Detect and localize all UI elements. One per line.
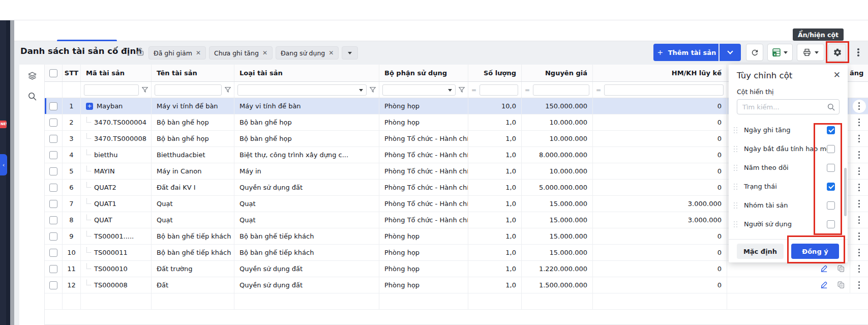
filter-input-dep[interactable] [604,84,724,96]
filter-chip[interactable]: Đã ghi giảm✕ [148,46,206,60]
equals-filter-icon[interactable]: = [471,86,476,94]
print-button[interactable] [797,44,824,61]
row-checkbox[interactable] [49,135,57,143]
row-checkbox[interactable] [49,265,57,273]
column-list: Ngày ghi tăngNgày bắt đầu tính hao mònNă… [729,121,848,233]
drag-handle-icon[interactable] [734,221,738,227]
toolbar-more-button[interactable] [854,44,863,61]
tree-connector [86,198,91,204]
drag-handle-icon[interactable] [734,165,738,171]
edit-pencil-icon[interactable] [820,264,828,273]
column-checkbox[interactable] [827,183,835,191]
row-checkbox[interactable] [49,216,57,224]
row-more-icon[interactable] [858,105,860,107]
row-more-icon[interactable] [858,284,860,286]
ok-button[interactable]: Đồng ý [791,244,839,259]
column-checkbox[interactable] [827,220,835,228]
row-more-icon[interactable] [858,252,860,253]
chip-remove-icon[interactable]: ✕ [262,49,267,56]
equals-filter-icon[interactable]: = [596,86,601,94]
add-asset-button[interactable]: ＋ Thêm tài sản [653,44,719,61]
column-option[interactable]: Năm theo dõi [729,158,848,177]
filter-funnel-icon[interactable] [459,87,465,93]
table-row[interactable]: 11TS000010Đất trườngQuyền sử dụng đấtPhò… [45,261,868,277]
filter-input-code[interactable] [84,84,139,96]
cell-name: Đất trường [151,261,234,277]
copy-icon[interactable] [837,281,846,289]
drag-handle-icon[interactable] [734,127,738,133]
drag-handle-icon[interactable] [734,202,738,209]
row-actions-zone [850,163,868,179]
column-option[interactable]: Người sử dụng [729,215,848,233]
close-icon[interactable]: ✕ [833,70,841,80]
default-button[interactable]: Mặc định [737,244,784,259]
filter-chip[interactable]: Chưa ghi tăng✕ [209,46,273,60]
chips-dropdown-button[interactable] [342,46,358,60]
layers-icon[interactable] [28,72,37,80]
row-checkbox[interactable] [49,249,57,257]
select-all-checkbox[interactable] [49,69,57,77]
column-checkbox[interactable] [827,145,835,153]
chip-remove-icon[interactable]: ✕ [196,49,201,56]
chip-remove-icon[interactable]: ✕ [328,49,334,56]
table-row[interactable]: 12TS000008ĐấtQuyền sử dụng đấtPhòng họp1… [45,277,868,293]
refresh-icon [751,48,759,57]
add-asset-dropdown-button[interactable] [720,44,741,61]
row-more-icon[interactable] [858,187,860,188]
drag-handle-icon[interactable] [734,146,738,152]
column-checkbox[interactable] [827,126,835,134]
equals-filter-icon[interactable]: = [525,86,530,94]
row-checkbox[interactable] [49,102,57,110]
row-more-icon[interactable] [858,203,860,204]
unlock-icon[interactable] [136,47,144,56]
row-checkbox[interactable] [49,151,57,159]
column-checkbox[interactable] [827,201,835,210]
column-search-input[interactable] [737,99,840,114]
sidebar-expand-button[interactable]: ‹ [0,154,7,175]
row-more-icon[interactable] [858,122,860,123]
row-more-icon[interactable] [858,170,860,172]
empty-row [45,293,868,310]
filter-funnel-icon[interactable] [225,87,231,93]
search-icon[interactable] [28,92,37,101]
export-excel-button[interactable]: x [767,44,793,61]
row-checkbox[interactable] [49,200,57,208]
cell-stt: 12 [62,277,80,293]
row-more-icon[interactable] [858,138,860,139]
filter-input-cost[interactable] [533,84,589,96]
column-option-label: Ngày bắt đầu tính hao mòn [744,145,834,153]
filter-funnel-icon[interactable] [370,87,376,93]
filter-input-name[interactable] [155,84,222,96]
row-checkbox[interactable] [49,119,57,127]
column-settings-button[interactable] [828,44,846,61]
column-option[interactable]: Trạng thái [729,177,848,196]
filter-input-type[interactable] [237,84,367,96]
cell-dept: Phòng họp [379,228,468,244]
row-checkbox[interactable] [49,167,57,175]
filter-funnel-icon[interactable] [142,87,148,93]
column-option[interactable]: Nhóm tài sản [729,196,848,215]
expand-icon[interactable]: + [86,103,93,110]
row-more-icon[interactable] [858,268,860,270]
row-more-icon[interactable] [858,219,860,221]
column-checkbox[interactable] [827,164,835,172]
column-option[interactable]: Ngày ghi tăng [729,121,848,139]
cell-stt: 5 [62,163,80,179]
edit-pencil-icon[interactable] [820,281,828,289]
panel-scrollbar[interactable] [844,168,847,216]
filter-input-qty[interactable] [480,84,518,96]
cell-resid [727,261,809,277]
copy-icon[interactable] [837,264,846,273]
filter-input-dept[interactable] [382,84,456,96]
row-more-icon[interactable] [858,235,860,237]
row-checkbox[interactable] [49,184,57,192]
panel-title: Tùy chỉnh cột [737,71,792,80]
filter-chip[interactable]: Đang sử dụng✕ [276,46,339,60]
drag-handle-icon[interactable] [734,184,738,190]
row-more-icon[interactable] [858,154,860,156]
column-option[interactable]: Ngày bắt đầu tính hao mòn [729,139,848,158]
refresh-button[interactable] [746,44,763,61]
row-checkbox[interactable] [49,232,57,241]
clipped-column-header: ăng [850,69,863,77]
row-checkbox[interactable] [49,281,57,289]
